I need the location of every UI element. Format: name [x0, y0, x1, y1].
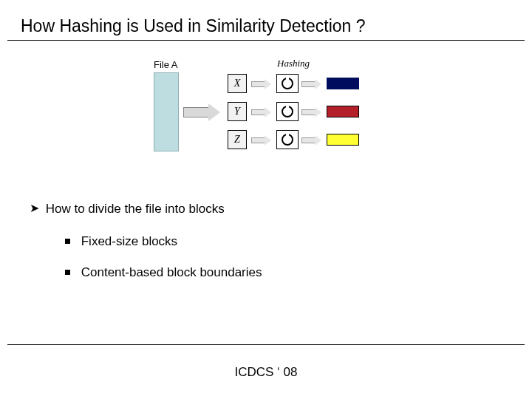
bullet-sub-1: Fixed-size blocks — [65, 233, 488, 250]
arrow-x-to-hash — [251, 79, 272, 88]
footer-rule — [7, 344, 525, 345]
arrow-file-to-blocks — [183, 103, 220, 120]
slide-title: How Hashing is Used in Similarity Detect… — [21, 16, 366, 36]
hash-output-red — [327, 106, 359, 117]
bullet-sub-2-text: Content-based block boundaries — [81, 265, 262, 279]
footer-text: ICDCS ‘ 08 — [0, 365, 532, 380]
block-z: Z — [228, 130, 247, 149]
bullet-sub-1-text: Fixed-size blocks — [81, 234, 177, 248]
arrow-hash-to-out-z — [301, 135, 322, 144]
file-a-rect — [154, 72, 179, 151]
triangle-bullet-icon: ➤ — [30, 201, 39, 216]
hashing-label: Hashing — [277, 58, 310, 69]
hash-fn-x — [276, 74, 299, 93]
arrow-hash-to-out-x — [301, 79, 322, 88]
file-a-label: File A — [154, 59, 178, 70]
block-x: X — [228, 74, 247, 93]
hashing-diagram: File A Hashing X Y Z — [148, 59, 399, 170]
square-bullet-icon — [65, 239, 70, 244]
bullet-list: ➤ How to divide the file into blocks Fix… — [30, 201, 488, 296]
hash-fn-y — [276, 102, 299, 121]
arrow-y-to-hash — [251, 107, 272, 116]
bullet-main: ➤ How to divide the file into blocks — [30, 201, 488, 217]
hash-fn-z — [276, 130, 299, 149]
arrow-hash-to-out-y — [301, 107, 322, 116]
square-bullet-icon — [65, 270, 70, 275]
bullet-main-text: How to divide the file into blocks — [46, 202, 225, 216]
block-y: Y — [228, 102, 247, 121]
arrow-z-to-hash — [251, 135, 272, 144]
bullet-sub-2: Content-based block boundaries — [65, 265, 488, 281]
hash-output-blue — [327, 78, 359, 89]
title-underline — [7, 40, 525, 41]
hash-output-yellow — [327, 134, 359, 146]
